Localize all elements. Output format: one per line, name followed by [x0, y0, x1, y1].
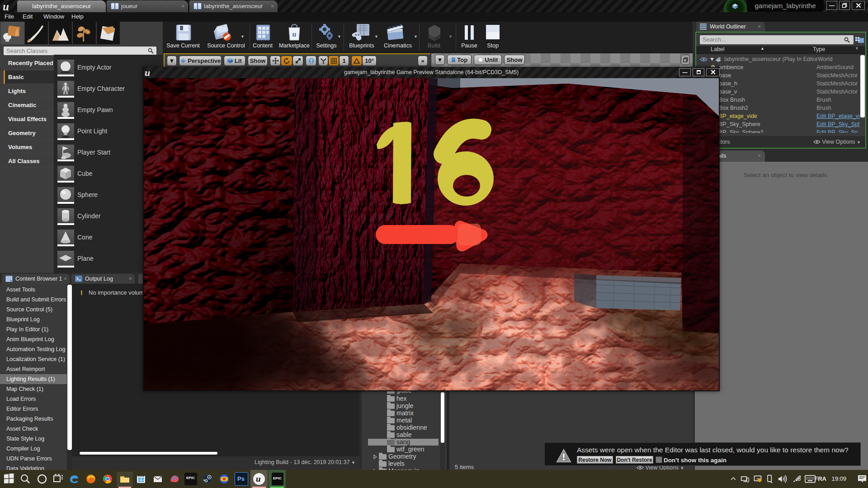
- svg-text:u: u: [292, 30, 297, 38]
